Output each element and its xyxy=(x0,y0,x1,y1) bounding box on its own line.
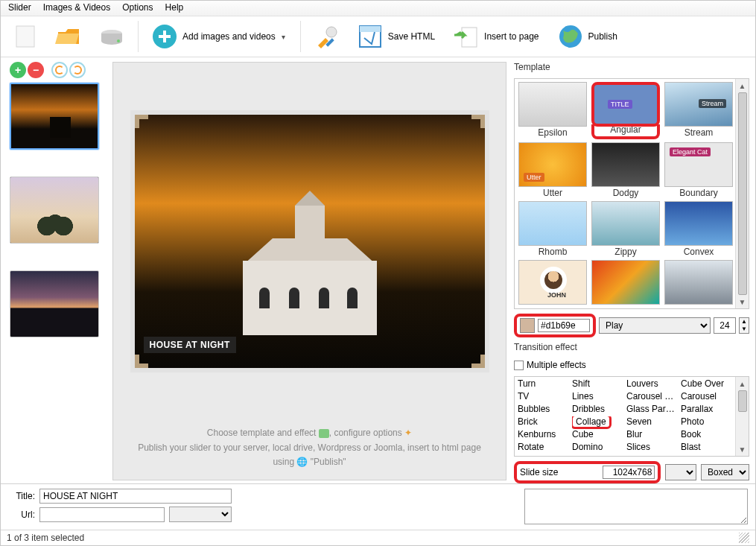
effect-cubeover[interactable]: Cube Over xyxy=(681,378,732,391)
effect-louvers[interactable]: Louvers xyxy=(626,378,678,391)
effect-carouselb[interactable]: Carousel B... xyxy=(626,391,678,404)
menu-options[interactable]: Options xyxy=(122,2,153,13)
crop-handle-bl[interactable] xyxy=(135,355,148,368)
multiple-effects-checkbox[interactable] xyxy=(514,361,524,370)
font-select[interactable]: Play xyxy=(599,317,711,334)
effect-bubbles[interactable]: Bubbles xyxy=(518,404,569,416)
effect-tv[interactable]: TV xyxy=(518,391,569,404)
effect-rotate[interactable]: Rotate xyxy=(518,442,569,454)
save-html-button[interactable]: Save HTML xyxy=(350,19,443,54)
slide-preview[interactable]: HOUSE AT NIGHT xyxy=(135,115,485,368)
effect-blast[interactable]: Blast xyxy=(681,442,732,454)
scroll-thumb[interactable] xyxy=(738,92,747,295)
template-stream[interactable]: StreamStream xyxy=(664,82,734,139)
slide-caption[interactable]: HOUSE AT NIGHT xyxy=(144,337,236,353)
template-convex[interactable]: Convex xyxy=(664,201,734,257)
template-john[interactable]: JOHN xyxy=(518,260,588,305)
status-text: 1 of 3 item selected xyxy=(7,533,84,543)
effect-book[interactable]: Book xyxy=(681,429,732,442)
thumbnail-3[interactable] xyxy=(10,270,99,337)
effect-seven[interactable]: Seven xyxy=(626,416,678,429)
html-page-icon xyxy=(355,22,385,51)
template-utter[interactable]: UtterUtter xyxy=(518,142,588,198)
effect-collage[interactable]: Collage xyxy=(572,416,623,429)
slide-size-input[interactable] xyxy=(603,466,655,479)
effects-scrollbar[interactable]: ▲ ▼ xyxy=(735,377,749,456)
add-images-button[interactable]: Add images and videos xyxy=(144,19,294,54)
color-picker-group xyxy=(514,314,596,337)
insert-icon xyxy=(451,22,481,51)
url-input[interactable] xyxy=(39,507,165,522)
open-button[interactable] xyxy=(48,19,89,54)
scroll-thumb[interactable] xyxy=(738,390,747,412)
layout-select[interactable]: Boxed xyxy=(701,464,749,480)
crop-handle-tr[interactable] xyxy=(471,115,485,128)
font-size-spinner[interactable]: ▲▼ xyxy=(739,317,749,334)
rotate-left-button[interactable] xyxy=(51,62,68,78)
globe-icon xyxy=(556,22,585,51)
effect-lines[interactable]: Lines xyxy=(572,391,623,404)
dropdown-caret-icon[interactable] xyxy=(282,31,289,42)
save-button[interactable] xyxy=(92,19,132,54)
properties-button[interactable] xyxy=(307,19,347,54)
effect-turn[interactable]: Turn xyxy=(518,378,569,391)
menu-help[interactable]: Help xyxy=(165,2,184,13)
right-panel: Template Epsilon TITLEAngular StreamStre… xyxy=(509,57,755,483)
template-epsilon[interactable]: Epsilon xyxy=(518,82,588,139)
template-angular[interactable]: TITLEAngular xyxy=(591,82,661,139)
effect-cube[interactable]: Cube xyxy=(572,429,623,442)
effect-parallax[interactable]: Parallax xyxy=(681,404,732,416)
bottom-fields: Title: Url: xyxy=(1,483,755,530)
effect-brick[interactable]: Brick xyxy=(518,416,569,429)
publish-label: Publish xyxy=(588,31,620,42)
effect-slices[interactable]: Slices xyxy=(626,442,678,454)
tools-icon xyxy=(312,22,342,51)
template-zippy[interactable]: Zippy xyxy=(591,201,661,257)
template-heading: Template xyxy=(514,62,749,72)
open-folder-icon xyxy=(54,22,83,51)
template-mountain[interactable] xyxy=(664,260,734,305)
effect-glass[interactable]: Glass Parall... xyxy=(626,404,678,416)
new-button[interactable] xyxy=(5,19,45,54)
remove-slide-button[interactable]: − xyxy=(28,62,44,78)
thumbnail-1[interactable] xyxy=(10,83,99,150)
menu-slider[interactable]: Slider xyxy=(8,2,31,13)
crop-handle-br[interactable] xyxy=(471,355,485,368)
rotate-right-button[interactable] xyxy=(69,62,86,78)
insert-label: Insert to page xyxy=(484,31,541,42)
scroll-up-icon[interactable]: ▲ xyxy=(737,80,748,91)
template-rhomb[interactable]: Rhomb xyxy=(518,201,588,257)
slide-size-select[interactable] xyxy=(665,464,696,480)
effect-dribbles[interactable]: Dribbles xyxy=(572,404,623,416)
title-label: Title: xyxy=(8,491,35,501)
effect-photo[interactable]: Photo xyxy=(681,416,732,429)
templates-scrollbar[interactable]: ▲ ▼ xyxy=(735,79,749,308)
color-swatch[interactable] xyxy=(520,318,535,333)
scroll-down-icon[interactable]: ▼ xyxy=(737,444,748,454)
publish-button[interactable]: Publish xyxy=(550,19,626,54)
color-hex-input[interactable] xyxy=(538,319,590,332)
effect-kenburns[interactable]: Kenburns xyxy=(518,429,569,442)
scroll-up-icon[interactable]: ▲ xyxy=(737,378,748,389)
thumbnail-2[interactable] xyxy=(10,177,99,244)
menu-bar: Slider Images & Videos Options Help xyxy=(1,1,755,16)
effect-shift[interactable]: Shift xyxy=(572,378,623,391)
add-slide-button[interactable]: + xyxy=(10,62,26,78)
font-size-input[interactable] xyxy=(714,317,736,334)
effect-blur[interactable]: Blur xyxy=(626,429,678,442)
template-material[interactable] xyxy=(591,260,661,305)
crop-handle-tl[interactable] xyxy=(135,115,148,128)
templates-grid: Epsilon TITLEAngular StreamStream UtterU… xyxy=(515,79,735,308)
effect-carousel[interactable]: Carousel xyxy=(681,391,732,404)
resize-grip-icon[interactable] xyxy=(739,533,749,543)
menu-images-videos[interactable]: Images & Videos xyxy=(43,2,111,13)
title-input[interactable] xyxy=(39,489,232,504)
template-boundary[interactable]: Elegant CatBoundary xyxy=(664,142,734,198)
url-target-select[interactable] xyxy=(169,507,232,522)
effect-domino[interactable]: Domino xyxy=(572,442,623,454)
scroll-down-icon[interactable]: ▼ xyxy=(737,296,748,307)
description-textarea[interactable] xyxy=(524,489,748,524)
multiple-effects-row[interactable]: Multiple effects xyxy=(514,360,749,370)
template-dodgy[interactable]: Dodgy xyxy=(591,142,661,198)
insert-page-button[interactable]: Insert to page xyxy=(446,19,547,54)
